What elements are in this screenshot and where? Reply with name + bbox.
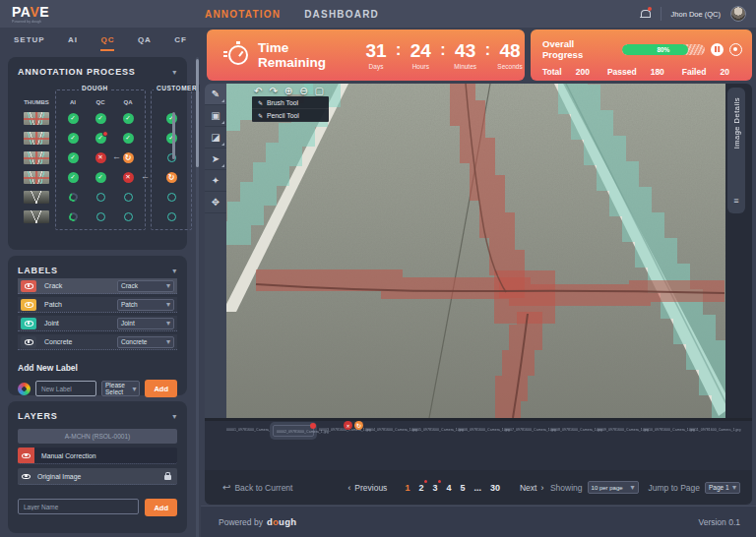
magic-wand-tool[interactable]: ✦ (205, 170, 226, 192)
label-select[interactable]: Patch▾ (117, 299, 174, 311)
filmstrip-item[interactable]: 00002_09781600_Camera_1.jpg (273, 425, 314, 437)
label-select[interactable]: Crack▾ (117, 280, 174, 292)
row-thumbnail[interactable] (24, 151, 49, 164)
page-...[interactable]: ... (473, 483, 481, 493)
tab-qa[interactable]: QA (138, 31, 152, 51)
dough-cells (59, 133, 142, 144)
color-wheel-icon[interactable] (18, 383, 31, 395)
back-to-current-button[interactable]: ↩ Back to Current (222, 482, 292, 493)
filmstrip-item[interactable]: 00005_09781600_Camera_1.jpg (411, 425, 453, 433)
sidebar: SETUPAIQCQACF ANNOTATION PROCESS ▾ DOUGH… (0, 28, 201, 537)
visibility-chip[interactable] (21, 280, 36, 292)
pencil-icon: ✎ (258, 112, 263, 119)
avatar[interactable] (730, 6, 746, 22)
menu-item-pencil-tool[interactable]: ✎Pencil Tool (252, 109, 329, 122)
empty-status-icon (96, 212, 105, 221)
move-tool[interactable]: ✥ (205, 192, 226, 213)
hours-unit: Hours (406, 63, 435, 70)
page-1[interactable]: 1 (405, 483, 410, 493)
filmstrip-item[interactable]: 00001_09781600_Camera_1.jpg (226, 425, 268, 433)
jump-page-select[interactable]: Page 1 ▾ (705, 482, 740, 494)
layer-name-input[interactable] (18, 499, 139, 514)
page-4[interactable]: 4 (446, 483, 451, 493)
undo-icon[interactable]: ↶ (254, 86, 262, 96)
eraser-tool[interactable]: ◪ (205, 127, 226, 149)
filmstrip-item[interactable]: 00004_09781600_Camera_1.jpg (365, 425, 407, 433)
seconds-unit: Seconds (495, 63, 525, 70)
filmstrip-item[interactable]: 00011_09781600_Camera_1.jpg (689, 425, 730, 433)
stop-button[interactable] (729, 43, 742, 56)
filmstrip-item[interactable]: 00007_09781600_Camera_1.jpg (504, 425, 545, 433)
select-tool[interactable]: ➤ (205, 149, 226, 170)
next-button[interactable]: Next › (520, 483, 543, 493)
alert-dot-badge (310, 423, 316, 429)
page-5[interactable]: 5 (460, 483, 465, 493)
filmstrip-item[interactable]: ✕↻00003_09781600_Camera_1.jpg (319, 425, 360, 433)
pave-logo[interactable]: PAVE Powered by dough (12, 5, 49, 24)
tab-setup[interactable]: SETUP (14, 31, 45, 51)
eye-icon[interactable] (22, 472, 31, 481)
page-30[interactable]: 30 (490, 483, 500, 493)
add-label-button[interactable]: Add (145, 380, 177, 397)
annotation-canvas[interactable]: ↶↷⊕⊖▢ ✎Brush Tool✎Pencil Tool (226, 84, 725, 418)
pause-button[interactable] (711, 43, 724, 56)
brush-tool[interactable]: ✎ (205, 84, 226, 105)
customer-cell (151, 193, 192, 202)
footer: Powered by dough Version 0.1 (201, 506, 756, 537)
tab-qc[interactable]: QC (100, 31, 114, 51)
visibility-chip[interactable] (21, 318, 36, 329)
add-layer-button[interactable]: Add (145, 499, 177, 516)
row-thumbnail[interactable] (24, 132, 49, 145)
chevron-down-icon[interactable]: ▾ (172, 68, 177, 77)
done-dot-status-icon (95, 133, 106, 144)
filmstrip-item[interactable]: 00010_09781600_Camera_1.jpg (643, 425, 684, 433)
visibility-chip[interactable] (18, 448, 34, 464)
notification-bell-icon[interactable] (640, 9, 651, 20)
chevron-down-icon[interactable]: ▾ (172, 267, 177, 275)
row-thumbnail[interactable] (24, 171, 49, 184)
row-thumbnail[interactable] (24, 191, 49, 204)
chevron-down-icon[interactable]: ▾ (172, 412, 177, 421)
stat-value: 20 (720, 67, 728, 77)
hamburger-icon: ≡ (733, 196, 738, 206)
redo-badge: ↻ (354, 421, 363, 430)
redo-icon[interactable]: ↷ (269, 86, 277, 96)
menu-item-brush-tool[interactable]: ✎Brush Tool (252, 96, 329, 109)
filmstrip-item[interactable]: 00008_09781600_Camera_1.jpg (550, 425, 592, 433)
zoom-out-icon[interactable]: ⊖ (299, 86, 307, 96)
transform-tool[interactable]: ▣ (205, 105, 226, 127)
group-customer-label: CUSTOMER (154, 85, 200, 91)
previous-button[interactable]: ‹ Previous (347, 483, 387, 493)
sidebar-scrollbar[interactable] (196, 57, 199, 537)
nav-annotation[interactable]: ANNOTATION (205, 9, 281, 20)
per-page-select[interactable]: 10 per page ▾ (588, 481, 639, 494)
layer-item-machine[interactable]: A-MCHN (RSOL-0001) (18, 429, 177, 444)
image-details-tab[interactable]: Image Details ≡ (727, 88, 745, 213)
process-scrollbar[interactable] (172, 112, 175, 159)
pagination-bar: ↩ Back to Current ‹ Previous 12345...30 … (205, 470, 752, 505)
nav-dashboard[interactable]: DASHBOARD (304, 9, 379, 20)
label-select[interactable]: Joint▾ (117, 318, 174, 329)
visibility-chip[interactable] (21, 299, 36, 311)
row-thumbnail[interactable] (24, 112, 49, 125)
tab-cf[interactable]: CF (174, 31, 187, 51)
road-image (226, 84, 725, 418)
filmstrip-item[interactable]: 00009_09781600_Camera_1.jpg (597, 425, 638, 433)
empty-status-icon (96, 193, 105, 202)
label-select[interactable]: Concrete▾ (117, 336, 174, 348)
visibility-chip[interactable] (21, 336, 36, 348)
page-3[interactable]: 3 (432, 483, 437, 493)
row-thumbnail[interactable] (24, 210, 49, 223)
layer-item-manual-correction[interactable]: Manual Correction (18, 448, 177, 464)
label-type-select[interactable]: Please Select ▾ (101, 381, 140, 396)
tab-ai[interactable]: AI (68, 31, 78, 51)
filmstrip-item[interactable]: 00006_09781600_Camera_1.jpg (458, 425, 499, 433)
fit-screen-icon[interactable]: ▢ (315, 86, 324, 96)
empty-status-icon (167, 212, 176, 221)
layer-item-original-image[interactable]: Original Image (18, 468, 177, 485)
page-2[interactable]: 2 (418, 483, 423, 493)
process-grid: DOUGH CUSTOMER THUMBS AI QC QA ←← (18, 85, 177, 232)
zoom-in-icon[interactable]: ⊕ (284, 86, 292, 96)
new-label-input[interactable] (35, 381, 96, 396)
scrollbar-thumb[interactable] (196, 59, 199, 167)
